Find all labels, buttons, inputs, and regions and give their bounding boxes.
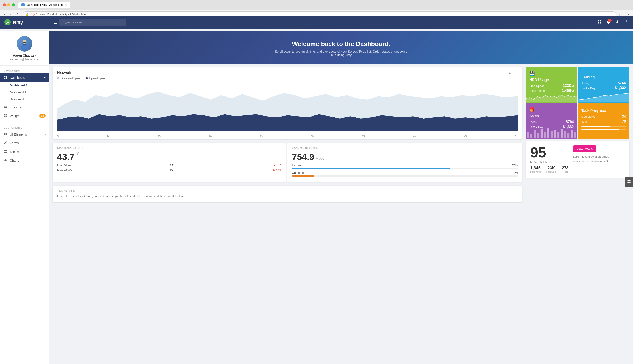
hdd-free-label: Free Space	[529, 84, 544, 88]
svg-rect-14	[547, 128, 549, 138]
hdd-chart	[526, 91, 578, 103]
notifications-button[interactable]: 1	[606, 20, 611, 25]
sidebar-item-tables[interactable]: Tables ›	[0, 148, 49, 156]
friends-stat-followers: 23K Followers	[546, 166, 556, 173]
sidebar: Aaron Chavez ▾ aaron.cha@themeon.net NAV…	[0, 32, 49, 364]
network-chart-container	[53, 82, 522, 134]
bandwidth-value: 754.9	[292, 152, 314, 162]
upload-legend-dot	[86, 77, 88, 80]
cpu-max-diff: ▲ + 57	[272, 168, 281, 171]
hdd-icon: 💾	[529, 71, 574, 76]
task-progress-track-1	[582, 126, 626, 127]
left-column: Network ↻ ⋮ Download Speed	[49, 64, 526, 206]
layouts-arrow-icon: ›	[45, 106, 46, 109]
x-axis-6: 30	[311, 135, 314, 138]
x-axis-10: 51	[515, 135, 518, 138]
more-options-button[interactable]	[624, 20, 628, 25]
cpu-label: CPU TEMPERATURE	[57, 146, 281, 149]
tips-title: TODAY TIPS	[57, 189, 518, 192]
dashboard-arrow-icon: ▾	[44, 76, 46, 79]
tab-close-button[interactable]: ✕	[64, 3, 67, 7]
maximize-window-button[interactable]	[12, 3, 15, 6]
tips-section: TODAY TIPS Lorem ipsum dolor sit amet, c…	[53, 186, 522, 202]
income-label-row: Income 70%	[292, 164, 518, 167]
ui-elements-icon	[4, 132, 8, 136]
svg-rect-9	[530, 134, 532, 138]
svg-rect-4	[4, 133, 5, 134]
settings-button[interactable]	[625, 177, 633, 187]
components-section: COMPONENTS UI Elements › Forms › Ta	[0, 122, 49, 167]
network-more-button[interactable]: ⋮	[514, 71, 518, 75]
svg-rect-12	[540, 129, 542, 138]
income-track	[292, 168, 518, 169]
friends-desc-area: View Details Lorem ipsum dolor sit amet,…	[573, 146, 625, 166]
earning-widget-title: Earning	[582, 75, 626, 79]
outcome-progress: Outcome 10%	[292, 171, 518, 177]
svg-point-2	[23, 40, 26, 44]
task-completed-row: Completed 34	[582, 114, 626, 118]
tables-arrow-icon: ›	[45, 150, 46, 154]
outcome-pct: 10%	[512, 171, 518, 174]
earning-today-row: Today $764	[582, 81, 626, 85]
navbar-brand: Nifty	[4, 19, 54, 26]
cpu-meta: Min Values 27° ▼ - 20 Max Values 69°	[57, 164, 281, 171]
hamburger-button[interactable]: ☰	[54, 20, 57, 25]
following-label: Following	[530, 170, 540, 173]
sidebar-sub-dashboard2[interactable]: Dashboard 2	[0, 89, 49, 96]
sidebar-sub-dashboard1[interactable]: Dashboard 1	[0, 82, 49, 89]
svg-rect-11	[537, 133, 539, 138]
dashboard-grid: Network ↻ ⋮ Download Speed	[49, 64, 633, 206]
earning-week-label: Last 7 Day	[582, 86, 595, 90]
brand-name: Nifty	[13, 20, 23, 25]
sidebar-sub-dashboard3[interactable]: Dashboard 3	[0, 96, 49, 103]
close-window-button[interactable]	[3, 3, 6, 6]
svg-rect-18	[561, 129, 563, 138]
notification-badge: 1	[608, 19, 612, 22]
sidebar-item-layouts[interactable]: Layouts ›	[0, 103, 49, 112]
chart-legend: Download Speed Upload Speed	[53, 77, 522, 82]
svg-rect-8	[527, 132, 529, 138]
profile-name[interactable]: Aaron Chavez ▾	[4, 54, 46, 58]
search-input[interactable]	[60, 19, 126, 26]
tab-title: Dashboard | Nifty - Admin Tem	[26, 3, 62, 6]
view-details-button[interactable]: View Details	[573, 146, 596, 152]
svg-rect-3	[23, 44, 26, 45]
dashboard-icon	[4, 76, 8, 80]
ui-elements-arrow-icon: ›	[45, 133, 46, 136]
sidebar-item-ui-elements[interactable]: UI Elements ›	[0, 130, 49, 139]
earning-widget: Earning Today $764 Last 7 Day $1,332	[578, 67, 630, 103]
income-label: Income	[292, 164, 302, 167]
cpu-min-row: Min Values 27° ▼ - 20	[57, 164, 281, 167]
sales-icon: 🎁	[529, 107, 574, 112]
task-progress-fill-2	[582, 129, 619, 130]
user-profile-button[interactable]	[615, 20, 620, 25]
browser-tab[interactable]: Dashboard | Nifty - Admin Tem ✕	[18, 2, 70, 8]
sidebar-item-forms[interactable]: Forms ›	[0, 139, 49, 148]
sidebar-item-widgets[interactable]: Widgets 24	[0, 112, 49, 120]
sidebar-profile: Aaron Chavez ▾ aaron.cha@themeon.net	[0, 32, 49, 66]
outcome-fill	[292, 175, 314, 177]
sidebar-item-dashboard[interactable]: Dashboard ▾	[0, 73, 49, 82]
legend-upload: Upload Speed	[86, 77, 106, 80]
url-protocol: 不安全	[30, 12, 38, 16]
sidebar-item-tables-label: Tables	[10, 150, 19, 154]
widgets-icon	[4, 114, 8, 118]
post-label: Post	[562, 170, 569, 173]
friends-stat-following: 1,345 Following	[530, 166, 540, 173]
top-navbar: Nifty ☰ 1	[0, 16, 633, 28]
svg-rect-13	[544, 132, 546, 138]
sidebar-item-charts[interactable]: Charts ›	[0, 156, 49, 165]
sales-chart	[526, 127, 578, 139]
task-widget-title: Task Progress	[582, 109, 626, 113]
following-value: 1,345	[530, 166, 540, 170]
minimize-window-button[interactable]	[7, 3, 10, 6]
hdd-free-row: Free Space 132Gb	[529, 84, 574, 88]
grid-view-button[interactable]	[597, 20, 602, 25]
profile-email: aaron.cha@themeon.net	[4, 58, 46, 61]
x-axis-1: 5	[57, 135, 58, 138]
network-card: Network ↻ ⋮ Download Speed	[53, 67, 522, 139]
svg-rect-15	[550, 131, 552, 138]
network-refresh-button[interactable]: ↻	[508, 71, 512, 75]
task-total-label: Total	[582, 120, 588, 123]
sidebar-item-forms-label: Forms	[10, 141, 19, 145]
